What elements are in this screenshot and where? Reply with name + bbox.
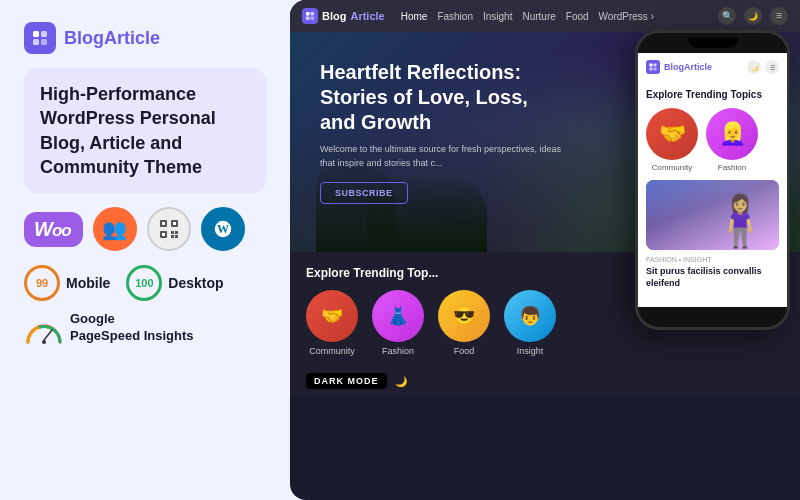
svg-rect-24	[653, 63, 656, 66]
hero-title: Heartfelt Reflections: Stories of Love, …	[320, 60, 568, 135]
svg-rect-1	[41, 31, 47, 37]
svg-rect-3	[41, 39, 47, 45]
phone-moon-icon: 🌙	[747, 60, 761, 74]
nav-icons: 🔍 🌙 ☰	[718, 7, 788, 25]
topic-insight-circle: 👦	[504, 290, 556, 342]
notch-bar	[688, 38, 738, 48]
topic-food-label: Food	[454, 346, 475, 356]
brand-logo: BlogArticle	[24, 22, 266, 54]
phone-article-title: Sit purus facilisis convallis eleifend	[646, 266, 779, 289]
phone-article-image: 🧍‍♀️	[646, 180, 779, 250]
mobile-score-label: Mobile	[66, 275, 110, 291]
nav-wordpress[interactable]: WordPress ›	[599, 11, 654, 22]
topic-community: 🤝 Community	[306, 290, 358, 356]
browser-logo-icon	[302, 8, 318, 24]
topic-insight: 👦 Insight	[504, 290, 556, 356]
headline-text: High-Performance WordPress Personal Blog…	[40, 82, 250, 179]
topic-fashion-circle: 👗	[372, 290, 424, 342]
browser-logo: BlogArticle	[302, 8, 385, 24]
svg-rect-13	[175, 235, 178, 238]
phone-article-meta: FASHION • INSIGHT	[646, 256, 779, 263]
topic-food-circle: 😎	[438, 290, 490, 342]
brand-logo-icon	[24, 22, 56, 54]
desktop-score-label: Desktop	[168, 275, 223, 291]
phone-menu-icon: ☰	[765, 60, 779, 74]
desktop-score-circle: 100	[126, 265, 162, 301]
svg-rect-23	[649, 63, 652, 66]
phone-community-circle: 🤝	[646, 108, 698, 160]
pagespeed-label: Google PageSpeed Insights	[70, 311, 194, 345]
phone-notch	[638, 33, 787, 53]
svg-text:W: W	[217, 222, 229, 236]
moon-icon[interactable]: 🌙	[744, 7, 762, 25]
svg-rect-12	[171, 235, 174, 238]
right-panel: BlogArticle Home Fashion Insight Nurture…	[290, 0, 800, 500]
topic-insight-label: Insight	[517, 346, 544, 356]
topic-fashion: 👗 Fashion	[372, 290, 424, 356]
left-panel: BlogArticle High-Performance WordPress P…	[0, 0, 290, 500]
menu-icon[interactable]: ☰	[770, 7, 788, 25]
woo-badge: Woo	[24, 212, 83, 247]
nav-insight[interactable]: Insight	[483, 11, 512, 22]
phone-community-label: Community	[652, 163, 692, 172]
dark-mode-bar: DARK MODE 🌙	[290, 366, 800, 396]
nav-fashion[interactable]: Fashion	[437, 11, 473, 22]
topic-food: 😎 Food	[438, 290, 490, 356]
svg-line-18	[44, 330, 52, 340]
subscribe-button[interactable]: SUBSCRIBE	[320, 182, 408, 204]
hero-content: Heartfelt Reflections: Stories of Love, …	[320, 60, 568, 204]
plugin-icon-community: 👥	[93, 207, 137, 251]
svg-rect-2	[33, 39, 39, 45]
desktop-score: 100 Desktop	[126, 265, 223, 301]
phone-logo-text: BlogArticle	[664, 62, 712, 72]
pagespeed-icon	[24, 318, 60, 338]
topic-community-label: Community	[309, 346, 355, 356]
svg-rect-9	[162, 233, 165, 236]
mobile-score-circle: 99	[24, 265, 60, 301]
phone-browser-bar: BlogArticle 🌙 ☰	[638, 53, 787, 81]
plugin-icon-wp: W	[201, 207, 245, 251]
plugin-icons-row: Woo 👥 W	[24, 207, 266, 251]
headline-box: High-Performance WordPress Personal Blog…	[24, 68, 266, 193]
dark-mode-icon: 🌙	[395, 376, 407, 387]
mobile-score: 99 Mobile	[24, 265, 110, 301]
nav-home[interactable]: Home	[401, 11, 428, 22]
desktop-nav: Home Fashion Insight Nurture Food WordPr…	[401, 11, 654, 22]
speed-scores: 99 Mobile 100 Desktop	[24, 265, 266, 301]
svg-rect-25	[649, 67, 652, 70]
browser-bar: BlogArticle Home Fashion Insight Nurture…	[290, 0, 800, 32]
svg-rect-11	[175, 231, 178, 234]
svg-rect-19	[306, 12, 310, 16]
phone-icons: 🌙 ☰	[747, 60, 779, 74]
phone-content: Explore Trending Topics 🤝 Community 👱‍♀️…	[638, 81, 787, 307]
phone-logo-icon	[646, 60, 660, 74]
svg-rect-21	[306, 17, 310, 21]
brand-name: BlogArticle	[64, 28, 160, 49]
phone-mockup: BlogArticle 🌙 ☰ Explore Trending Topics …	[635, 30, 790, 330]
search-icon[interactable]: 🔍	[718, 7, 736, 25]
svg-rect-7	[162, 222, 165, 225]
topic-fashion-label: Fashion	[382, 346, 414, 356]
phone-fashion-circle: 👱‍♀️	[706, 108, 758, 160]
svg-rect-0	[33, 31, 39, 37]
svg-rect-8	[173, 222, 176, 225]
nav-nurture[interactable]: Nurture	[522, 11, 555, 22]
svg-rect-26	[653, 67, 656, 70]
phone-fashion-label: Fashion	[718, 163, 746, 172]
phone-trending-circles: 🤝 Community 👱‍♀️ Fashion	[646, 108, 779, 172]
pagespeed-section: Google PageSpeed Insights	[24, 311, 266, 345]
phone-trending-title: Explore Trending Topics	[646, 89, 779, 100]
phone-topic-community: 🤝 Community	[646, 108, 698, 172]
topic-community-circle: 🤝	[306, 290, 358, 342]
svg-rect-22	[311, 17, 315, 21]
svg-rect-10	[171, 231, 174, 234]
dark-mode-badge: DARK MODE	[306, 373, 387, 389]
hero-subtitle: Welcome to the ultimate source for fresh…	[320, 143, 568, 170]
woo-label: Woo	[34, 218, 71, 241]
svg-rect-20	[311, 12, 315, 16]
nav-food[interactable]: Food	[566, 11, 589, 22]
phone-topic-fashion: 👱‍♀️ Fashion	[706, 108, 758, 172]
plugin-icon-qr	[147, 207, 191, 251]
